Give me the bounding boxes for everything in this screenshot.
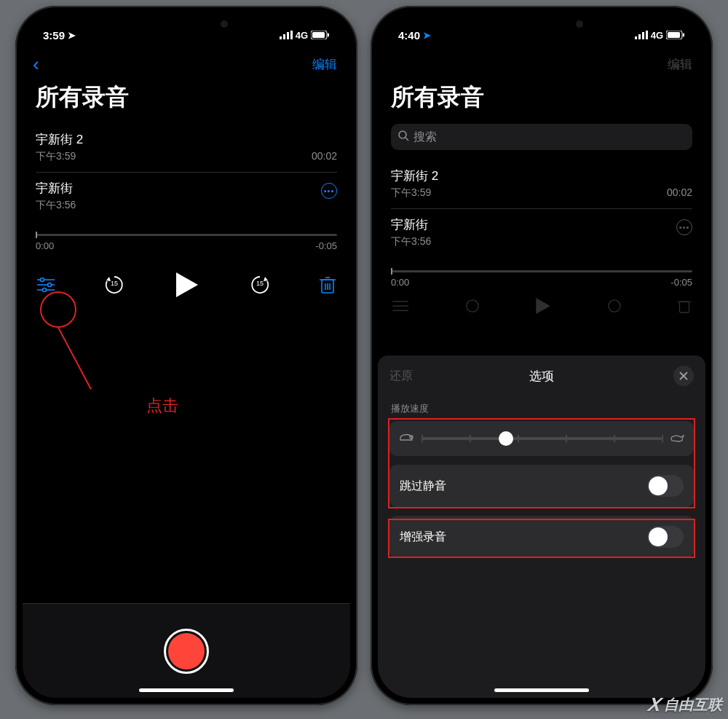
recording-name: 宇新街 bbox=[391, 216, 692, 233]
phone-right: 4:40 ➤ 4G 编辑 所有录音 bbox=[371, 6, 713, 705]
home-indicator[interactable] bbox=[494, 688, 589, 692]
edit-button[interactable]: 编辑 bbox=[312, 56, 337, 73]
svg-rect-1 bbox=[283, 34, 285, 39]
rabbit-icon bbox=[669, 431, 685, 446]
scrubber[interactable] bbox=[391, 270, 692, 272]
player: 0:00 -0:05 bbox=[378, 257, 705, 314]
recording-item[interactable]: 宇新街 2 下午3:59 00:02 bbox=[36, 124, 337, 173]
search-placeholder: 搜索 bbox=[414, 130, 437, 145]
recordings-list: 宇新街 2 下午3:59 00:02 宇新街 下午3:56 ••• bbox=[378, 160, 705, 257]
signal-icon bbox=[635, 31, 648, 39]
time-remaining: -0:05 bbox=[670, 277, 692, 288]
phone-left: 3:59 ➤ 4G ‹ 编辑 所有录音 bbox=[15, 6, 357, 705]
watermark-text: 自由互联 bbox=[664, 695, 722, 715]
svg-rect-2 bbox=[287, 32, 289, 39]
time-elapsed: 0:00 bbox=[36, 240, 54, 251]
home-indicator[interactable] bbox=[139, 688, 234, 692]
svg-point-34 bbox=[608, 300, 620, 312]
edit-button[interactable]: 编辑 bbox=[668, 56, 692, 73]
svg-rect-35 bbox=[679, 302, 689, 313]
screen: 4:40 ➤ 4G 编辑 所有录音 bbox=[378, 13, 705, 698]
recording-item[interactable]: 宇新街 下午3:56 ••• bbox=[391, 209, 692, 257]
speed-slider-row bbox=[389, 421, 694, 456]
time-elapsed: 0:00 bbox=[391, 277, 409, 288]
recording-name: 宇新街 2 bbox=[391, 168, 692, 184]
page-title: 所有录音 bbox=[23, 79, 350, 124]
record-button[interactable] bbox=[164, 629, 209, 674]
skip-back-button[interactable]: 15 bbox=[103, 274, 125, 296]
recording-subtitle: 下午3:56 bbox=[36, 199, 76, 212]
svg-rect-3 bbox=[290, 31, 293, 39]
delete-button[interactable] bbox=[320, 276, 336, 294]
sheet-title: 选项 bbox=[378, 368, 705, 385]
skip-silence-toggle[interactable] bbox=[647, 475, 684, 497]
recording-duration: 00:02 bbox=[667, 186, 692, 200]
enhance-row: 增强录音 bbox=[389, 516, 694, 558]
record-dot-icon bbox=[168, 633, 205, 669]
recording-name: 宇新街 2 bbox=[36, 131, 337, 148]
search-input[interactable]: 搜索 bbox=[391, 124, 692, 150]
options-button[interactable] bbox=[392, 299, 408, 313]
battery-icon bbox=[666, 31, 685, 39]
more-options-button[interactable]: ••• bbox=[321, 183, 337, 199]
signal-icon bbox=[280, 31, 293, 39]
recording-subtitle: 下午3:59 bbox=[391, 186, 431, 200]
close-button[interactable] bbox=[673, 366, 694, 386]
svg-point-27 bbox=[399, 131, 406, 138]
svg-rect-6 bbox=[328, 34, 329, 37]
svg-rect-21 bbox=[638, 34, 641, 39]
svg-rect-26 bbox=[683, 34, 684, 37]
skip-forward-button[interactable] bbox=[606, 298, 622, 314]
enhance-label: 增强录音 bbox=[400, 530, 446, 545]
svg-line-28 bbox=[405, 138, 408, 141]
svg-rect-20 bbox=[635, 36, 637, 39]
nav-bar: 编辑 bbox=[378, 47, 705, 79]
time-remaining: -0:05 bbox=[315, 240, 337, 251]
play-button[interactable] bbox=[174, 272, 200, 298]
play-button[interactable] bbox=[536, 298, 550, 314]
svg-point-10 bbox=[48, 283, 52, 287]
scrubber[interactable] bbox=[36, 234, 337, 236]
back-button[interactable]: ‹ bbox=[33, 53, 39, 76]
slider-knob[interactable] bbox=[499, 431, 513, 446]
svg-rect-22 bbox=[642, 32, 644, 39]
svg-rect-25 bbox=[668, 32, 680, 38]
skip-silence-label: 跳过静音 bbox=[400, 479, 446, 494]
recording-subtitle: 下午3:56 bbox=[391, 235, 431, 248]
more-options-button[interactable]: ••• bbox=[676, 219, 692, 235]
options-button[interactable] bbox=[37, 278, 55, 292]
network-label: 4G bbox=[651, 30, 663, 41]
svg-marker-13 bbox=[176, 272, 198, 297]
nav-bar: ‹ 编辑 bbox=[23, 47, 350, 79]
speed-section-label: 播放速度 bbox=[391, 402, 692, 415]
screen: 3:59 ➤ 4G ‹ 编辑 所有录音 bbox=[23, 13, 350, 698]
reset-button[interactable]: 还原 bbox=[389, 369, 413, 384]
enhance-toggle[interactable] bbox=[647, 526, 684, 548]
notch bbox=[472, 13, 611, 35]
player: 0:00 -0:05 15 15 bbox=[23, 221, 350, 298]
playhead[interactable] bbox=[391, 268, 392, 275]
recording-item[interactable]: 宇新街 2 下午3:59 00:02 bbox=[391, 160, 692, 209]
speed-slider[interactable] bbox=[422, 437, 662, 440]
turtle-icon bbox=[398, 431, 414, 446]
svg-rect-0 bbox=[280, 36, 282, 39]
toggle-knob bbox=[649, 527, 668, 546]
skip-forward-button[interactable]: 15 bbox=[249, 274, 271, 296]
status-time: 4:40 bbox=[398, 29, 420, 42]
search-icon bbox=[398, 130, 409, 144]
recordings-list: 宇新街 2 下午3:59 00:02 宇新街 下午3:56 ••• bbox=[23, 124, 350, 221]
recording-item[interactable]: 宇新街 下午3:56 ••• bbox=[36, 173, 337, 221]
svg-point-12 bbox=[43, 288, 47, 292]
svg-rect-5 bbox=[312, 32, 325, 38]
record-bar bbox=[23, 603, 350, 698]
annotation-label: 点击 bbox=[146, 395, 178, 417]
toggle-knob bbox=[649, 476, 668, 495]
delete-button[interactable] bbox=[678, 299, 691, 313]
recording-duration: 00:02 bbox=[312, 150, 337, 163]
skip-seconds: 15 bbox=[249, 280, 271, 287]
notch bbox=[117, 13, 256, 35]
svg-point-32 bbox=[466, 300, 478, 312]
svg-point-8 bbox=[41, 278, 44, 282]
playhead[interactable] bbox=[36, 232, 37, 238]
skip-back-button[interactable] bbox=[464, 298, 480, 314]
